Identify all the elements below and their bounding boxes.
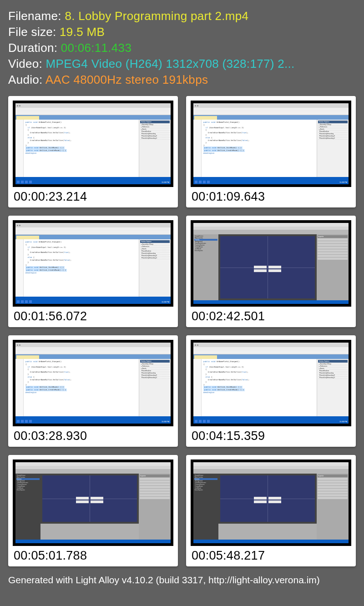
thumbnail-timestamp: 00:02:42.501 [191, 307, 351, 324]
thumbnail-timestamp: 00:00:23.214 [13, 187, 173, 205]
filename-row: Filename: 8. Lobby Programming part 2.mp… [8, 8, 356, 24]
thumbnail-image: public void OnNameField_Changed() { if (… [191, 101, 351, 187]
thumbnail-timestamp: 00:01:09.643 [191, 187, 351, 205]
filesize-row: File size: 19.5 MB [8, 24, 356, 40]
thumbnail-grid: public void OnNameField_Changed() { if (… [8, 96, 356, 566]
thumbnail-card[interactable]: SampleScene Main Camera Canvas Backgroun… [8, 455, 178, 566]
filesize-value: 19.5 MB [60, 25, 105, 39]
thumbnail-timestamp: 00:04:15.359 [191, 426, 351, 444]
thumbnail-image: public void OnNameField_Changed() { if (… [13, 220, 173, 307]
thumbnail-card[interactable]: SampleScene Main Camera Canvas Backgroun… [186, 455, 356, 566]
thumbnail-timestamp: 00:03:28.930 [13, 426, 173, 444]
footer-text: Generated with Light Alloy v4.10.2 (buil… [8, 575, 356, 586]
filename-label: Filename: [8, 9, 65, 23]
audio-row: Audio: AAC 48000Hz stereo 191kbps [8, 72, 356, 88]
thumbnail-image: public void OnNameField_Changed() { if (… [13, 101, 173, 187]
thumbnail-card[interactable]: public void OnNameField_Changed() { if (… [8, 335, 178, 447]
duration-row: Duration: 00:06:11.433 [8, 40, 356, 56]
thumbnail-card[interactable]: public void OnNameField_Changed() { if (… [186, 335, 356, 447]
file-info-block: Filename: 8. Lobby Programming part 2.mp… [8, 8, 356, 88]
thumbnail-timestamp: 00:05:48.217 [191, 546, 351, 564]
thumbnail-card[interactable]: public void OnNameField_Changed() { if (… [8, 216, 178, 327]
thumbnail-card[interactable]: public void OnNameField_Changed() { if (… [8, 96, 178, 207]
thumbnail-image: SampleScene Main Camera Canvas Backgroun… [191, 460, 351, 546]
filesize-label: File size: [8, 25, 60, 39]
thumbnail-card[interactable]: public void OnNameField_Changed() { if (… [186, 96, 356, 207]
thumbnail-image: SampleScene Main Camera Canvas Backgroun… [191, 220, 351, 307]
video-label: Video: [8, 57, 46, 71]
duration-label: Duration: [8, 41, 61, 55]
duration-value: 00:06:11.433 [61, 41, 131, 55]
thumbnail-timestamp: 00:01:56.072 [13, 307, 173, 324]
thumbnail-card[interactable]: SampleScene Main Camera Canvas Backgroun… [186, 216, 356, 327]
thumbnail-image: public void OnNameField_Changed() { if (… [13, 340, 173, 426]
thumbnail-image: public void OnNameField_Changed() { if (… [191, 340, 351, 426]
video-value: MPEG4 Video (H264) 1312x708 (328:177) 2.… [46, 57, 295, 71]
filename-value: 8. Lobby Programming part 2.mp4 [65, 9, 248, 23]
audio-label: Audio: [8, 73, 46, 86]
video-row: Video: MPEG4 Video (H264) 1312x708 (328:… [8, 56, 356, 72]
thumbnail-image: SampleScene Main Camera Canvas Backgroun… [13, 460, 173, 546]
thumbnail-timestamp: 00:05:01.788 [13, 546, 173, 564]
audio-value: AAC 48000Hz stereo 191kbps [46, 73, 208, 86]
